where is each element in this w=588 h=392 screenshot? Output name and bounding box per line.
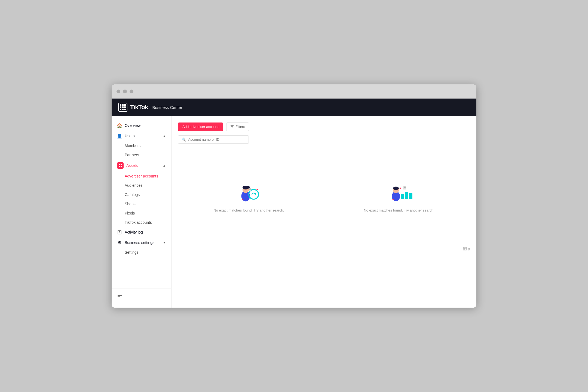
svg-rect-1 [121,164,122,165]
content-header: Add advertiser account Filters [178,122,470,131]
svg-point-35 [393,199,394,200]
assets-icon [117,162,124,169]
sidebar-item-members[interactable]: Members [112,141,171,150]
footer-count: 0 [468,247,470,251]
sidebar-item-catalogs[interactable]: Catalogs [112,190,171,199]
users-icon: 👤 [117,133,122,138]
partners-label: Partners [125,153,139,157]
empty-panel-right: No exact matches found. Try another sear… [328,150,470,243]
chevron-up-icon: ▲ [163,134,166,137]
sidebar-item-settings[interactable]: Settings [112,248,171,257]
tiktok-accounts-label: TikTok accounts [125,220,152,225]
svg-point-23 [256,189,258,190]
sidebar-item-users[interactable]: 👤 Users ▲ [112,131,171,141]
empty-illustration-chart [385,181,413,203]
empty-panel-left: No exact matches found. Try another sear… [178,150,320,243]
svg-rect-33 [404,187,406,188]
sidebar: 🏠 Overview 👤 Users ▲ Members Partners [112,116,171,308]
chevron-up-icon-assets: ▲ [163,164,166,167]
members-label: Members [125,143,140,148]
traffic-light-minimize[interactable] [123,90,127,93]
sidebar-item-activity-log[interactable]: Activity log [112,227,171,237]
sidebar-item-tiktok-accounts[interactable]: TikTok accounts [112,218,171,227]
svg-point-27 [393,186,399,190]
advertiser-accounts-label: Advertiser accounts [125,174,158,178]
traffic-light-close[interactable] [117,90,120,93]
search-bar: 🔍 [178,135,249,144]
chevron-down-icon: ▼ [163,241,166,244]
business-settings-label: Business settings [125,240,154,245]
sidebar-users-label: Users [125,134,135,138]
sidebar-item-partners[interactable]: Partners [112,150,171,160]
panels-row: No exact matches found. Try another sear… [178,150,470,243]
settings-label: Settings [125,250,139,255]
filter-icon [230,125,234,129]
content-footer: 0 [178,243,470,251]
pixels-label: Pixels [125,211,135,215]
settings-gear-icon: ⚙ [117,240,122,245]
apps-grid-icon[interactable] [118,103,127,112]
top-nav: TikTok: Business Center [112,99,476,116]
nav-logo: TikTok: Business Center [118,103,182,112]
home-icon: 🏠 [117,123,122,128]
sidebar-assets-label: Assets [126,163,138,168]
svg-rect-36 [463,247,467,250]
svg-rect-2 [119,166,120,167]
collapse-sidebar-button[interactable] [117,293,166,299]
svg-rect-22 [249,189,251,189]
svg-rect-32 [404,186,406,187]
traffic-light-maximize[interactable] [130,90,133,93]
nav-subtitle: Business Center [152,105,182,110]
sidebar-item-shops[interactable]: Shops [112,199,171,209]
sidebar-overview-label: Overview [125,123,140,128]
add-advertiser-account-button[interactable]: Add advertiser account [178,122,223,131]
search-icon: 🔍 [182,137,186,142]
shops-label: Shops [125,202,136,206]
catalogs-label: Catalogs [125,192,140,197]
svg-rect-30 [409,193,412,199]
svg-rect-0 [119,164,120,165]
sidebar-bottom [112,289,171,303]
svg-rect-29 [405,192,408,199]
empty-illustration-search [235,181,262,203]
activity-log-label: Activity log [125,230,143,234]
search-input[interactable] [188,137,245,142]
activity-log-icon [117,230,122,235]
sidebar-item-overview[interactable]: 🏠 Overview [112,120,171,131]
empty-text-left: No exact matches found. Try another sear… [213,208,284,212]
svg-rect-28 [401,194,404,199]
svg-rect-3 [121,166,122,167]
brand-name: TikTok: [130,104,150,111]
footer-table-icon [463,247,467,251]
svg-point-24 [242,198,243,200]
sidebar-item-pixels[interactable]: Pixels [112,209,171,218]
svg-point-34 [400,188,401,189]
filters-button[interactable]: Filters [226,122,249,131]
empty-text-right: No exact matches found. Try another sear… [364,208,434,212]
svg-rect-21 [249,188,251,189]
content-area: Add advertiser account Filters [171,116,476,308]
audiences-label: Audiences [125,183,142,188]
sidebar-item-assets[interactable]: Assets ▲ [112,160,171,171]
svg-rect-31 [403,186,406,189]
sidebar-item-audiences[interactable]: Audiences [112,181,171,190]
sidebar-item-business-settings[interactable]: ⚙ Business settings ▼ [112,237,171,248]
filters-label: Filters [235,125,245,129]
sidebar-item-advertiser-accounts[interactable]: Advertiser accounts [112,171,171,181]
